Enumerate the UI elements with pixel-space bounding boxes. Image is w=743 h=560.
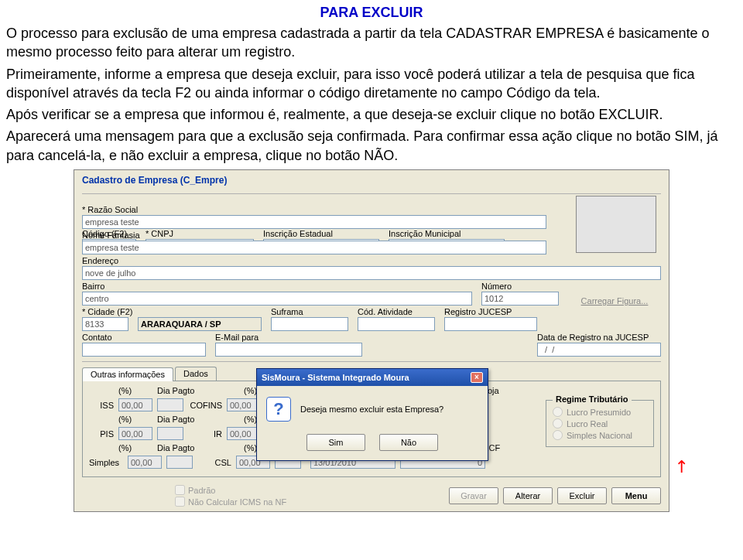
pis-label: PIS	[89, 429, 114, 439]
email-input[interactable]	[215, 343, 362, 357]
diapagto-head1: Dia Pagto	[157, 386, 200, 395]
cidade-cod-input[interactable]	[82, 317, 128, 331]
sim-button[interactable]: Sim	[306, 434, 365, 451]
chk-naoicms[interactable]: Não Calcular ICMS na NF	[175, 497, 286, 507]
simples-pct[interactable]	[128, 456, 162, 469]
form-title: Cadastro de Empresa (C_Empre)	[74, 170, 669, 189]
dtreg-input[interactable]	[537, 343, 661, 357]
iss-pct[interactable]	[118, 398, 152, 411]
suframa-input[interactable]	[271, 317, 348, 331]
doc-para-3: Após verificar se a empresa que informou…	[6, 105, 737, 124]
razao-input[interactable]	[82, 215, 546, 229]
endereco-label: Endereço	[82, 256, 661, 265]
question-icon: ?	[266, 397, 291, 422]
carregar-figura-link[interactable]: Carregar Figura...	[568, 296, 661, 306]
codativ-label: Cód. Atividade	[358, 307, 435, 316]
ir-label: IR	[188, 429, 222, 439]
gravar-button[interactable]: Gravar	[449, 487, 498, 504]
doc-para-4: Aparecerá uma mensagem para que a exclus…	[6, 127, 737, 165]
iss-dia[interactable]	[157, 398, 183, 411]
pis-dia[interactable]	[157, 427, 183, 440]
arrow-icon: ↘	[669, 456, 693, 480]
close-icon[interactable]: ×	[471, 372, 483, 383]
dialog-title: SisMoura - Sistema Integrado Moura	[262, 373, 409, 382]
chk-padrao[interactable]: Padrão	[175, 485, 286, 495]
radio-nacional[interactable]: Simples Nacional	[553, 430, 647, 440]
pis-pct[interactable]	[118, 427, 152, 440]
menu-button[interactable]: Menu	[611, 487, 661, 504]
contato-label: Contato	[82, 333, 206, 342]
codativ-input[interactable]	[358, 317, 435, 331]
confirm-dialog: SisMoura - Sistema Integrado Moura × ? D…	[256, 368, 488, 461]
contato-input[interactable]	[82, 343, 206, 357]
iss-label: ISS	[89, 401, 114, 410]
doc-para-2: Primeiramente, informe a empresa que des…	[6, 65, 737, 103]
radio-real[interactable]: Lucro Real	[553, 418, 647, 429]
radio-presumido[interactable]: Lucro Presumido	[553, 407, 647, 417]
csl-label: CSL	[197, 458, 231, 467]
cidade-nome-input	[138, 317, 262, 331]
suframa-label: Suframa	[271, 307, 348, 316]
tab-outras[interactable]: Outras informações	[82, 367, 173, 381]
email-label: E-Mail para	[215, 333, 362, 342]
doc-title: PARA EXCLUIR	[6, 5, 737, 21]
endereco-input[interactable]	[82, 266, 661, 280]
figure-box	[576, 196, 656, 253]
fantasia-label: Nome Fantasia	[82, 230, 546, 240]
bairro-label: Bairro	[82, 282, 472, 291]
doc-para-1: O processo para exclusão de uma empresa …	[6, 24, 737, 62]
numero-label: Número	[481, 282, 559, 291]
cofins-label: COFINS	[188, 401, 222, 410]
nao-button[interactable]: Não	[379, 434, 438, 451]
regjucesp-input[interactable]	[444, 317, 537, 331]
cidade-label: * Cidade (F2)	[82, 307, 128, 316]
fantasia-input[interactable]	[82, 241, 546, 254]
pct-head: (%)	[118, 386, 152, 395]
dialog-message: Deseja mesmo excluir esta Empresa?	[300, 405, 443, 414]
simples-label: Simples	[89, 458, 123, 467]
dtreg-label: Data de Registro na JUCESP	[537, 333, 661, 342]
alterar-button[interactable]: Alterar	[503, 487, 553, 504]
excluir-button[interactable]: Excluir	[557, 487, 607, 504]
numero-input[interactable]	[481, 292, 559, 306]
app-window: Cadastro de Empresa (C_Empre) Código (F2…	[74, 169, 669, 512]
regjucesp-label: Registro JUCESP	[444, 307, 537, 316]
regime-title: Regime Tributário	[553, 394, 632, 404]
tab-dados[interactable]: Dados	[175, 367, 217, 381]
razao-label: * Razão Social	[82, 205, 546, 214]
bairro-input[interactable]	[82, 292, 472, 306]
simples-dia[interactable]	[166, 456, 193, 469]
regime-box: Regime Tributário Lucro Presumido Lucro …	[546, 400, 654, 447]
